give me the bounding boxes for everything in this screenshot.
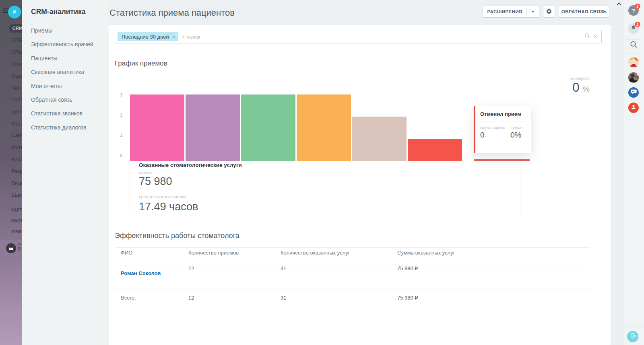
clear-search-icon[interactable]: × <box>594 34 597 39</box>
col-header-services: Количество оказанных услуг <box>281 250 350 256</box>
rail-item[interactable]: Виде <box>11 180 22 186</box>
menu-item[interactable]: Приемы <box>31 27 52 34</box>
global-search-button[interactable] <box>628 40 639 50</box>
funnel-bar-3[interactable] <box>241 94 295 161</box>
rail-item[interactable]: Поч <box>11 85 22 91</box>
chart-section-title: График приемов <box>115 60 167 68</box>
extensions-button[interactable]: РАСШИРЕНИЯ <box>483 6 539 18</box>
plan-line1: ОС <box>18 242 22 245</box>
y-tick-label: 1 <box>112 133 122 138</box>
rail-item[interactable]: Скво <box>11 61 22 67</box>
mobile-app-button[interactable] <box>627 331 638 342</box>
close-menu-button[interactable]: × <box>8 6 21 18</box>
search-icon <box>630 41 638 50</box>
scroll-up-icon[interactable] <box>616 1 622 6</box>
chat-avatar-2[interactable]: 1 <box>628 72 639 83</box>
toolbar-separator <box>625 53 642 53</box>
question-icon: ? <box>632 8 635 14</box>
rail-item[interactable]: Конт <box>11 144 22 150</box>
table-line-top <box>115 247 590 248</box>
plan-text: ОС 9 д <box>18 242 22 251</box>
rail-active-item-crm[interactable]: CRM <box>9 24 22 33</box>
avg-time-label: среднее время приема <box>139 194 186 199</box>
toolbar-divider <box>623 0 623 345</box>
menu-item[interactable]: Сквозная аналитика <box>31 69 84 75</box>
tooltip-column-divider <box>506 126 506 141</box>
rail-item[interactable]: Сайт <box>11 132 22 138</box>
total-services: 31 <box>281 295 286 301</box>
menu-item[interactable]: Статистика диалогов <box>31 124 86 131</box>
rail-item[interactable]: База <box>11 156 22 162</box>
search-placeholder: + поиск <box>182 34 584 40</box>
rail-footer-item[interactable]: КАРТА <box>11 208 22 212</box>
sum-label: сумма <box>139 170 152 175</box>
rail-item[interactable]: Робо <box>11 97 22 103</box>
page-title: Статистика приема пациентов <box>109 8 235 18</box>
rail-item[interactable]: Разр <box>11 168 22 174</box>
contacts-button[interactable] <box>628 103 639 113</box>
rail-item[interactable]: Зада <box>11 73 22 79</box>
table-line-bottom <box>115 303 590 303</box>
y-tick-label: 3 <box>112 93 122 97</box>
help-button[interactable]: ? 2 <box>628 5 639 16</box>
right-toolbar <box>623 0 644 345</box>
filter-search-bar[interactable]: Последние 30 дней × + поиск × <box>115 30 602 43</box>
rail-item[interactable]: CRM <box>11 49 22 55</box>
row-amount: 75 980 ₽ <box>397 265 418 271</box>
rail-item[interactable]: CRM <box>11 37 22 43</box>
total-amount: 75 980 ₽ <box>397 295 418 301</box>
menu-item[interactable]: Статистика звонков <box>31 110 83 117</box>
stats-left-border <box>130 161 130 214</box>
stage-stats-title: Оказанные стоматологические услуги <box>139 162 242 168</box>
filter-tag-label: Последние 30 дней <box>122 34 169 40</box>
chart-tooltip: Отменил прием кол-во сделок 0 потери 0% <box>474 106 531 153</box>
tooltip-deals-label: кол-во сделок <box>480 125 505 129</box>
avg-time-value: 17.49 часов <box>139 201 198 213</box>
stats-right-border <box>520 161 520 214</box>
menu-item[interactable]: Мои отчеты <box>31 83 62 89</box>
rail-footer-item[interactable]: ПРИГЛ <box>11 230 22 234</box>
menu-item[interactable]: Эффективность врачей <box>31 41 93 47</box>
extensions-dropdown[interactable] <box>527 11 539 13</box>
tooltip-title: Отменил прием <box>480 111 526 117</box>
chat-avatar-1[interactable]: 2 <box>628 57 639 68</box>
feedback-label: ОБРАТНАЯ СВЯЗЬ <box>561 9 607 14</box>
feedback-button[interactable]: ОБРАТНАЯ СВЯЗЬ <box>559 6 609 18</box>
settings-button[interactable] <box>543 6 555 18</box>
funnel-bar-6[interactable] <box>408 139 462 161</box>
person-icon <box>631 104 636 111</box>
chevron-down-icon <box>531 11 535 13</box>
group-chat-button[interactable] <box>628 87 639 98</box>
tag-remove-icon[interactable]: × <box>172 34 175 40</box>
rail-footer-item[interactable]: НАСТР <box>11 219 22 223</box>
rail-item[interactable]: Ещё <box>11 192 22 198</box>
notifications-button[interactable]: 2 <box>628 23 639 34</box>
conversion-unit: % <box>583 85 590 93</box>
rail-item[interactable]: Мага <box>11 121 22 127</box>
close-icon: × <box>12 8 16 16</box>
funnel-bar-2[interactable] <box>186 94 240 161</box>
gear-icon <box>546 8 552 15</box>
tooltip-losses-value: 0% <box>510 131 522 140</box>
row-doctor-link[interactable]: Роман Соколов <box>121 270 161 276</box>
col-header-receptions: Количество приемов <box>188 250 239 256</box>
funnel-bar-7[interactable] <box>474 159 530 161</box>
table-section-title: Эффективность работы стоматолога <box>115 232 239 240</box>
sum-value: 75 980 <box>139 175 172 188</box>
filter-tag-last-30-days[interactable]: Последние 30 дней × <box>118 32 178 41</box>
rail-item[interactable]: Цент <box>11 109 22 115</box>
tooltip-divider <box>480 121 526 121</box>
menu-item[interactable]: Обратная связь <box>31 97 72 103</box>
menu-item[interactable]: Пациенты <box>31 55 58 62</box>
row-services: 31 <box>281 265 286 271</box>
crm-analytics-menu-panel: CRM-аналитика ПриемыЭффективность врачей… <box>22 0 109 345</box>
funnel-bar-5[interactable] <box>352 117 407 161</box>
table-line-row <box>115 290 590 290</box>
funnel-bar-4[interactable] <box>297 94 351 161</box>
search-icon[interactable] <box>584 33 590 41</box>
x-axis-line <box>121 161 590 161</box>
y-tick-label: 0 <box>112 153 122 158</box>
col-header-fio: ФИО <box>121 250 132 256</box>
subscription-plan[interactable]: ОС 9 д <box>0 240 22 257</box>
funnel-bar-1[interactable] <box>130 94 184 161</box>
